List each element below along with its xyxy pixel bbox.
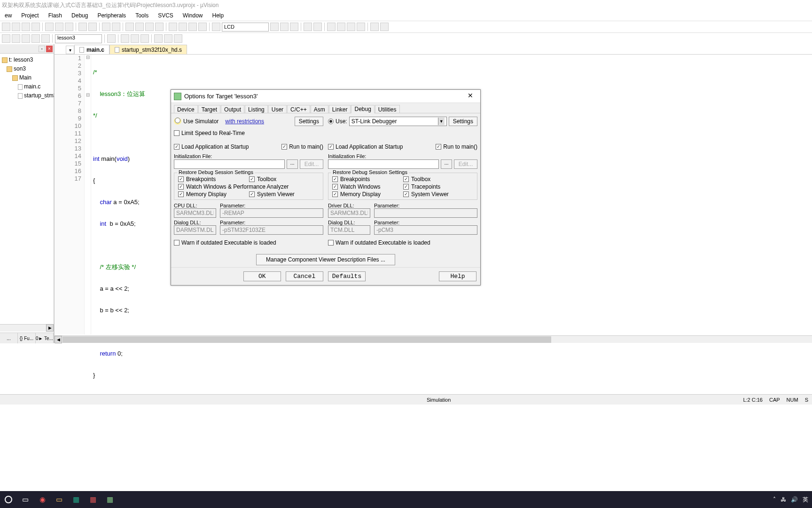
bookmark-prev-icon[interactable] — [135, 23, 144, 31]
menu-help[interactable]: Help — [208, 12, 229, 19]
tray-ime[interactable]: 英 — [803, 496, 808, 504]
sys-checkbox-left[interactable] — [249, 191, 255, 197]
powerpoint-icon[interactable]: ▦ — [85, 491, 102, 508]
save-icon[interactable] — [22, 23, 30, 31]
window-icon[interactable] — [370, 23, 379, 31]
copy-icon[interactable] — [55, 23, 63, 31]
scroll-thumb[interactable] — [62, 336, 551, 343]
tree-root[interactable]: t: lesson3 — [1, 56, 53, 64]
sidebar-tab-templates[interactable]: 0► Te... — [36, 333, 54, 343]
tree-file-main[interactable]: main.c — [1, 82, 53, 91]
save-all-icon[interactable] — [31, 23, 40, 31]
sidebar-tab-1[interactable]: ... — [0, 333, 18, 343]
browse-button-left[interactable]: ... — [287, 159, 298, 169]
pack-installer-icon[interactable] — [174, 34, 182, 43]
outdent-icon[interactable] — [179, 23, 187, 31]
find-icon[interactable] — [212, 23, 220, 31]
sys-checkbox-right[interactable] — [403, 191, 409, 197]
options-icon[interactable] — [107, 34, 116, 43]
breakpoint-insert-icon[interactable] — [327, 23, 336, 31]
uvision-icon[interactable]: ▦ — [102, 491, 118, 508]
bookmark-next-icon[interactable] — [145, 23, 154, 31]
watch-checkbox-left[interactable] — [178, 184, 184, 190]
redo-icon[interactable] — [88, 23, 97, 31]
editor-hscroll[interactable]: ◀ — [55, 335, 812, 343]
help-button[interactable]: Help — [439, 271, 476, 281]
tab-asm[interactable]: Asm — [311, 105, 328, 113]
breakpoint-enable-icon[interactable] — [337, 23, 345, 31]
init-file-input-right[interactable] — [328, 159, 439, 169]
config-icon[interactable] — [380, 23, 389, 31]
trace-checkbox-right[interactable] — [403, 184, 409, 190]
manage-components-button[interactable]: Manage Component Viewer Description File… — [256, 254, 395, 265]
dialog-titlebar[interactable]: Options for Target 'lesson3' ✕ — [171, 90, 480, 103]
dbg-settings-button[interactable]: Settings — [449, 117, 477, 126]
menu-window[interactable]: Window — [178, 12, 208, 19]
scroll-left-icon[interactable]: ◀ — [55, 336, 62, 343]
warn-checkbox-right[interactable] — [328, 240, 334, 246]
menu-debug[interactable]: Debug — [67, 12, 93, 19]
menu-project[interactable]: Project — [16, 12, 43, 19]
download-icon[interactable] — [154, 34, 163, 43]
close-icon[interactable]: ✕ — [463, 92, 477, 101]
mem-checkbox-left[interactable] — [178, 191, 184, 197]
tab-cpp[interactable]: C/C++ — [287, 105, 310, 113]
menu-tools[interactable]: Tools — [131, 12, 153, 19]
project-tree[interactable]: t: lesson3 son3 Main main.c startup_stm3… — [0, 54, 54, 102]
compile-icon[interactable] — [164, 34, 172, 43]
comment-icon[interactable] — [188, 23, 197, 31]
use-debugger-radio[interactable] — [328, 119, 334, 124]
file-tab-startup[interactable]: startup_stm32f10x_hd.s — [109, 45, 187, 54]
tab-device[interactable]: Device — [174, 105, 198, 113]
browse-button-right[interactable]: ... — [441, 159, 452, 169]
fold-column[interactable]: ⊟⊟ — [85, 55, 91, 334]
cut-icon[interactable] — [45, 23, 54, 31]
stop-build-icon[interactable] — [41, 34, 50, 43]
menu-flash[interactable]: Flash — [44, 12, 67, 19]
tab-utilities[interactable]: Utilities — [375, 105, 400, 113]
explorer-icon[interactable]: ▭ — [51, 491, 68, 508]
breakpoint-disable-icon[interactable] — [347, 23, 355, 31]
scroll-right-icon[interactable]: ▶ — [46, 324, 54, 332]
nav-fwd-icon[interactable] — [112, 23, 120, 31]
indent-icon[interactable] — [169, 23, 177, 31]
bookmark-icon[interactable] — [125, 23, 134, 31]
debugger-combo[interactable]: ST-Link Debugger▼ — [349, 117, 447, 126]
tray-volume-icon[interactable]: 🔊 — [791, 496, 798, 503]
rebuild-icon[interactable] — [22, 34, 30, 43]
menu-svcs[interactable]: SVCS — [153, 12, 178, 19]
run-main-checkbox-right[interactable] — [436, 144, 441, 150]
batch-build-icon[interactable] — [31, 34, 40, 43]
find-input[interactable] — [222, 23, 269, 32]
limit-speed-checkbox[interactable] — [174, 130, 180, 136]
manage-rte-icon[interactable] — [131, 34, 139, 43]
tab-linker[interactable]: Linker — [329, 105, 351, 113]
source-code[interactable]: /* lesson3：位运算 */ int main(void) { char … — [91, 55, 145, 334]
uncomment-icon[interactable] — [198, 23, 207, 31]
target-combo[interactable]: lesson3 — [55, 34, 102, 43]
init-file-input-left[interactable] — [174, 159, 285, 169]
debug-icon[interactable] — [304, 23, 312, 31]
run-main-checkbox-left[interactable] — [281, 144, 287, 150]
with-restrictions-link[interactable]: with restrictions — [225, 118, 264, 125]
file-tab-main[interactable]: main.c — [74, 45, 109, 54]
sidebar-tab-functions[interactable]: {} Fu... — [18, 333, 36, 343]
tab-target[interactable]: Target — [198, 105, 220, 113]
tree-group-main[interactable]: Main — [1, 73, 53, 82]
bp-checkbox-left[interactable] — [178, 176, 184, 182]
new-file-icon[interactable] — [2, 23, 10, 31]
chrome-icon[interactable]: ◉ — [34, 491, 51, 508]
tab-user[interactable]: User — [268, 105, 287, 113]
use-simulator-radio[interactable] — [175, 118, 180, 123]
tab-menu-icon[interactable]: ▾ — [66, 46, 74, 54]
toolbox-checkbox-right[interactable] — [403, 176, 409, 182]
task-view-icon[interactable]: ▭ — [17, 491, 34, 508]
chevron-down-icon[interactable]: ▼ — [438, 118, 445, 125]
excel-icon[interactable]: ▦ — [68, 491, 85, 508]
watch-checkbox-right[interactable] — [332, 184, 338, 190]
tab-listing[interactable]: Listing — [245, 105, 268, 113]
build-icon[interactable] — [2, 34, 10, 43]
warn-checkbox-left[interactable] — [174, 240, 180, 246]
pin-icon[interactable]: ▫ — [39, 46, 45, 52]
tree-target[interactable]: son3 — [1, 64, 53, 73]
